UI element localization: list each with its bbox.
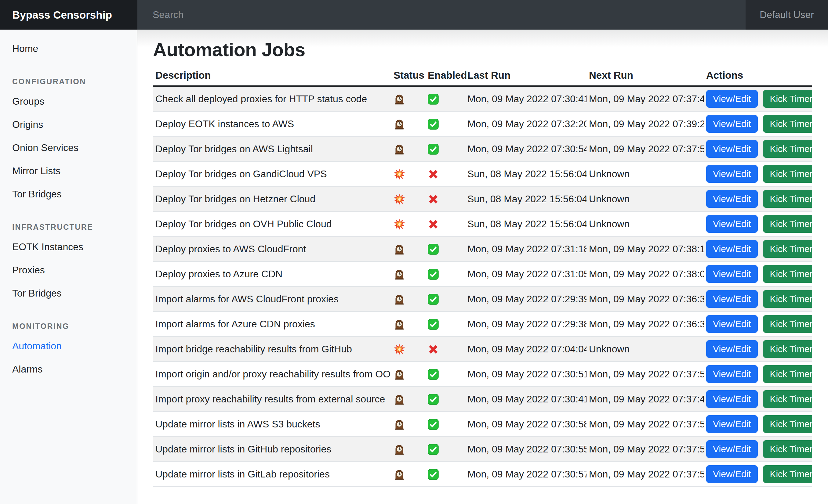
- sidebar-section-heading: CONFIGURATION: [0, 60, 137, 90]
- view-edit-button[interactable]: View/Edit: [706, 365, 758, 383]
- job-actions-cell: View/Edit Kick Timer: [704, 312, 812, 336]
- job-last-run: Mon, 09 May 2022 07:29:38: [465, 312, 586, 336]
- enabled-check-icon: [428, 469, 439, 480]
- kick-timer-button[interactable]: Kick Timer: [763, 465, 812, 483]
- job-status-cell: [391, 286, 425, 312]
- view-edit-button[interactable]: View/Edit: [706, 440, 758, 458]
- enabled-check-icon: [428, 244, 439, 255]
- job-description: Deploy Tor bridges on Hetzner Cloud: [153, 186, 391, 212]
- job-next-run: Unknown: [586, 336, 704, 362]
- job-actions-cell: View/Edit Kick Timer: [704, 462, 812, 487]
- search-input[interactable]: [153, 9, 686, 20]
- enabled-check-icon: [428, 319, 439, 330]
- view-edit-button[interactable]: View/Edit: [706, 290, 758, 308]
- view-edit-button[interactable]: View/Edit: [706, 215, 758, 233]
- kick-timer-button[interactable]: Kick Timer: [763, 240, 812, 258]
- enabled-check-icon: [428, 394, 439, 405]
- kick-timer-button[interactable]: Kick Timer: [763, 190, 812, 208]
- job-status-cell: [391, 312, 425, 336]
- job-status-cell: [391, 362, 425, 386]
- job-next-run: Mon, 09 May 2022 07:37:51: [586, 362, 704, 386]
- sidebar-item-tor-bridges[interactable]: Tor Bridges: [0, 182, 137, 205]
- job-enabled-cell: [425, 212, 465, 236]
- table-row: Deploy Tor bridges on OVH Public Cloud S…: [153, 212, 812, 236]
- kick-timer-button[interactable]: Kick Timer: [763, 290, 812, 308]
- job-next-run: Unknown: [586, 162, 704, 186]
- kick-timer-button[interactable]: Kick Timer: [763, 365, 812, 383]
- sidebar-item-proxies[interactable]: Proxies: [0, 259, 137, 282]
- view-edit-button[interactable]: View/Edit: [706, 265, 758, 283]
- view-edit-button[interactable]: View/Edit: [706, 465, 758, 483]
- job-actions-cell: View/Edit Kick Timer: [704, 236, 812, 262]
- sidebar-item-onion-services[interactable]: Onion Services: [0, 136, 137, 159]
- sidebar-item-groups[interactable]: Groups: [0, 90, 137, 113]
- kick-timer-button[interactable]: Kick Timer: [763, 115, 812, 133]
- job-description: Deploy Tor bridges on GandiCloud VPS: [153, 162, 391, 186]
- job-enabled-cell: [425, 111, 465, 136]
- kick-timer-button[interactable]: Kick Timer: [763, 90, 812, 108]
- job-last-run: Mon, 09 May 2022 07:04:04: [465, 336, 586, 362]
- view-edit-button[interactable]: View/Edit: [706, 415, 758, 433]
- kick-timer-button[interactable]: Kick Timer: [763, 165, 812, 183]
- view-edit-button[interactable]: View/Edit: [706, 90, 758, 108]
- job-description: Update mirror lists in GitLab repositori…: [153, 462, 391, 487]
- col-header-status: Status: [391, 65, 425, 86]
- sidebar-item-automation[interactable]: Automation: [0, 334, 137, 358]
- job-enabled-cell: [425, 186, 465, 212]
- table-row: Deploy EOTK instances to AWS Mon, 09 May…: [153, 111, 812, 136]
- job-next-run: Mon, 09 May 2022 07:37:41: [586, 86, 704, 111]
- job-last-run: Mon, 09 May 2022 07:29:39: [465, 286, 586, 312]
- kick-timer-button[interactable]: Kick Timer: [763, 390, 812, 408]
- job-status-cell: [391, 86, 425, 111]
- kick-timer-button[interactable]: Kick Timer: [763, 140, 812, 158]
- job-status-cell: [391, 186, 425, 212]
- sidebar-item-origins[interactable]: Origins: [0, 113, 137, 136]
- sidebar-item-tor-bridges[interactable]: Tor Bridges: [0, 282, 137, 305]
- job-status-cell: [391, 386, 425, 412]
- view-edit-button[interactable]: View/Edit: [706, 140, 758, 158]
- kick-timer-button[interactable]: Kick Timer: [763, 440, 812, 458]
- job-actions-cell: View/Edit Kick Timer: [704, 186, 812, 212]
- sidebar-item-home[interactable]: Home: [0, 37, 137, 60]
- kick-timer-button[interactable]: Kick Timer: [763, 415, 812, 433]
- sidebar-nav: HomeCONFIGURATIONGroupsOriginsOnion Serv…: [0, 37, 137, 381]
- view-edit-button[interactable]: View/Edit: [706, 115, 758, 133]
- table-row: Deploy Tor bridges on Hetzner Cloud Sun,…: [153, 186, 812, 212]
- view-edit-button[interactable]: View/Edit: [706, 390, 758, 408]
- job-last-run: Sun, 08 May 2022 15:56:04: [465, 186, 586, 212]
- sidebar-item-eotk-instances[interactable]: EOTK Instances: [0, 235, 137, 259]
- job-enabled-cell: [425, 136, 465, 162]
- job-next-run: Mon, 09 May 2022 07:37:55: [586, 437, 704, 462]
- table-row: Import proxy reachability results from e…: [153, 386, 812, 412]
- view-edit-button[interactable]: View/Edit: [706, 315, 758, 333]
- view-edit-button[interactable]: View/Edit: [706, 190, 758, 208]
- job-actions-cell: View/Edit Kick Timer: [704, 437, 812, 462]
- kick-timer-button[interactable]: Kick Timer: [763, 265, 812, 283]
- job-actions-cell: View/Edit Kick Timer: [704, 162, 812, 186]
- kick-timer-button[interactable]: Kick Timer: [763, 315, 812, 333]
- brand-link[interactable]: Bypass Censorship: [0, 0, 137, 30]
- job-next-run: Mon, 09 May 2022 07:36:38: [586, 312, 704, 336]
- job-enabled-cell: [425, 336, 465, 362]
- user-menu[interactable]: Default User: [746, 0, 828, 30]
- job-next-run: Unknown: [586, 212, 704, 236]
- job-status-cell: [391, 162, 425, 186]
- job-enabled-cell: [425, 437, 465, 462]
- sidebar-item-mirror-lists[interactable]: Mirror Lists: [0, 159, 137, 182]
- collision-icon: [394, 193, 405, 205]
- kick-timer-button[interactable]: Kick Timer: [763, 340, 812, 358]
- table-row: Deploy proxies to Azure CDN Mon, 09 May …: [153, 262, 812, 286]
- job-last-run: Mon, 09 May 2022 07:31:18: [465, 236, 586, 262]
- view-edit-button[interactable]: View/Edit: [706, 240, 758, 258]
- job-last-run: Mon, 09 May 2022 07:30:41: [465, 386, 586, 412]
- table-row: Import alarms for Azure CDN proxies Mon,…: [153, 312, 812, 336]
- job-description: Deploy EOTK instances to AWS: [153, 111, 391, 136]
- mantelpiece-clock-icon: [394, 119, 405, 130]
- sidebar-item-alarms[interactable]: Alarms: [0, 358, 137, 381]
- job-actions-cell: View/Edit Kick Timer: [704, 262, 812, 286]
- kick-timer-button[interactable]: Kick Timer: [763, 215, 812, 233]
- job-next-run: Mon, 09 May 2022 07:36:39: [586, 286, 704, 312]
- view-edit-button[interactable]: View/Edit: [706, 165, 758, 183]
- collision-icon: [394, 343, 405, 355]
- view-edit-button[interactable]: View/Edit: [706, 340, 758, 358]
